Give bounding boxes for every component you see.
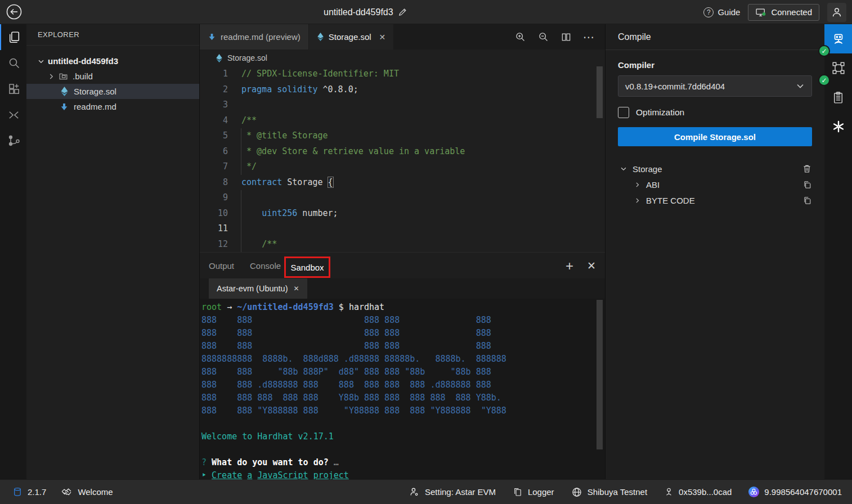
tab-storage[interactable]: Storage.sol ✕ (309, 24, 394, 50)
zoom-out-icon[interactable] (537, 31, 549, 43)
panel-tab-console[interactable]: Console (250, 261, 281, 271)
compiler-version-select[interactable]: v0.8.19+commit.7dd6d404 (618, 75, 812, 97)
chevron-down-icon (618, 165, 629, 173)
close-panel-icon[interactable]: ✕ (587, 259, 596, 272)
panel-compile[interactable]: ✓ (824, 24, 852, 53)
line-number: 5 (200, 128, 240, 144)
files-icon (7, 30, 21, 44)
code-line[interactable]: 3 (200, 97, 605, 113)
copy-bytecode-button[interactable] (802, 196, 812, 205)
more-actions-icon[interactable]: ⋯ (583, 30, 595, 44)
database-icon (12, 487, 23, 497)
code-line[interactable]: 2pragma solidity ^0.8.0; (200, 82, 605, 98)
line-number: 6 (200, 144, 240, 160)
extensions-icon (7, 82, 21, 96)
code-line[interactable]: 11 (200, 221, 605, 237)
tree-item-storage[interactable]: Storage.sol (26, 84, 199, 99)
ide-version[interactable]: 2.1.7 (12, 487, 46, 497)
panel-tab-sandbox[interactable]: Sandbox (290, 263, 324, 272)
activity-explorer[interactable] (0, 24, 26, 50)
close-tab-icon[interactable]: ✕ (379, 33, 386, 42)
chevron-right-icon (631, 197, 643, 204)
panel-deploy[interactable]: ✓ (824, 53, 852, 83)
tree-item-readme[interactable]: readme.md (26, 99, 199, 114)
welcome-button[interactable]: Welcome (61, 486, 113, 498)
code-line[interactable]: 12 /** (200, 237, 605, 253)
tab-readme[interactable]: readme.md (preview) (200, 24, 309, 50)
solidity-ethereum-icon (216, 54, 223, 62)
activity-plugins[interactable] (0, 76, 26, 102)
abi-row[interactable]: ABI (631, 177, 812, 192)
wallet-balance[interactable]: 9.998564047670001 (748, 487, 842, 497)
add-terminal-icon[interactable]: + (566, 258, 573, 274)
panel-tab-output[interactable]: Output (209, 261, 234, 271)
tree-item-build[interactable]: .build (26, 69, 199, 84)
code-line[interactable]: 1// SPDX-License-Identifier: MIT (200, 66, 605, 82)
terminal-line (201, 417, 605, 430)
terminal-line: 888 888 888 888 888 (201, 340, 605, 353)
handshake-icon (61, 486, 73, 498)
breadcrumb[interactable]: Storage.sol (200, 50, 605, 66)
activity-format[interactable] (0, 102, 26, 128)
edit-pencil-icon[interactable] (398, 7, 407, 17)
build-folder-label: .build (73, 71, 93, 81)
ide-window: untitled-dd459fd3 ? Guide Connected (0, 0, 852, 504)
copy-abi-button[interactable] (802, 180, 812, 190)
wallet-address[interactable]: 0x539b...0cad (664, 487, 732, 497)
panel-ai-assistant[interactable] (824, 112, 852, 141)
split-editor-icon[interactable] (560, 32, 572, 43)
code-text: uint256 number; (240, 206, 338, 222)
terminal-line: ? What do you want to do? … (201, 456, 605, 469)
logger-button[interactable]: Logger (513, 487, 554, 497)
editor-scrollbar[interactable] (597, 66, 603, 118)
code-line[interactable]: 6 * @dev Store & retrieve value in a var… (200, 144, 605, 160)
compiler-label: Compiler (618, 60, 812, 70)
globe-icon (571, 487, 582, 498)
openai-icon (831, 119, 846, 134)
optimization-checkbox[interactable] (618, 107, 629, 118)
markdown-down-icon (59, 102, 69, 111)
close-terminal-icon[interactable]: ✕ (294, 285, 299, 292)
code-line[interactable]: 7 */ (200, 159, 605, 175)
code-text (240, 190, 246, 206)
activity-git-graph[interactable] (0, 128, 26, 154)
code-line[interactable]: 9 (200, 190, 605, 206)
connected-label: Connected (771, 7, 812, 17)
code-line[interactable]: 10 uint256 number; (200, 206, 605, 222)
panel-scan[interactable] (824, 83, 852, 112)
terminal-tab-astar-evm[interactable]: Astar-evm (Ubuntu) ✕ (209, 278, 307, 299)
code-line[interactable]: 4/** (200, 113, 605, 129)
guide-button[interactable]: ? Guide (703, 7, 740, 17)
network-indicator[interactable]: Shibuya Testnet (571, 487, 647, 498)
balance-label: 9.998564047670001 (764, 487, 842, 497)
file-tree: untitled-dd459fd3 .build (26, 46, 199, 114)
activity-search[interactable] (0, 50, 26, 76)
chain-setting[interactable]: Setting: Astar EVM (409, 487, 496, 497)
terminal-scrollbar[interactable] (597, 300, 603, 449)
line-number: 10 (200, 206, 240, 222)
abi-label: ABI (646, 180, 802, 190)
search-icon (7, 56, 21, 70)
compile-panel: Compile Compiler v0.8.19+commit.7dd6d404… (605, 24, 824, 479)
compile-button[interactable]: Compile Storage.sol (618, 127, 812, 146)
terminal-output[interactable]: root → ~/untitled-dd459fd3 $ hardhat888 … (200, 299, 605, 479)
back-button[interactable] (5, 2, 24, 21)
code-line[interactable]: 5 * @title Storage (200, 128, 605, 144)
tree-root-folder[interactable]: untitled-dd459fd3 (26, 53, 199, 69)
setting-label: Setting: Astar EVM (425, 487, 496, 497)
terminal-line: 888 888 "Y888888 888 "Y88888 888 888 "Y8… (201, 404, 605, 417)
optimization-label: Optimization (636, 107, 684, 118)
contract-storage-row[interactable]: Storage (618, 161, 812, 177)
account-avatar[interactable] (827, 3, 846, 22)
collapse-chevrons-icon (7, 109, 20, 122)
code-line[interactable]: 8contract Storage { (200, 175, 605, 191)
address-label: 0x539b...0cad (679, 487, 732, 497)
bytecode-row[interactable]: BYTE CODE (631, 192, 812, 208)
code-editor[interactable]: 1// SPDX-License-Identifier: MIT2pragma … (200, 66, 605, 252)
delete-contract-button[interactable] (802, 164, 812, 174)
connected-button[interactable]: Connected (748, 4, 819, 21)
zoom-in-icon[interactable] (514, 31, 526, 43)
terminal-lines: root → ~/untitled-dd459fd3 $ hardhat888 … (201, 301, 605, 479)
network-label: Shibuya Testnet (588, 487, 647, 497)
code-text (240, 221, 246, 237)
